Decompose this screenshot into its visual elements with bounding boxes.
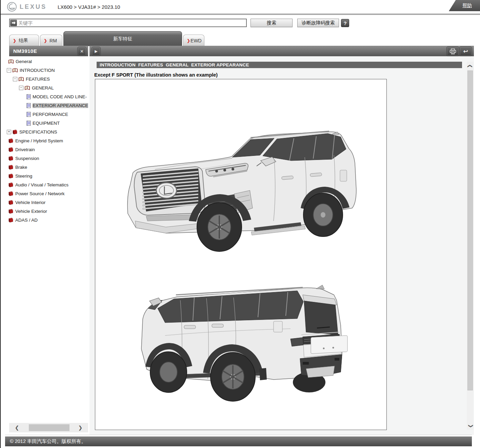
lexus-logo-text: LEXUS xyxy=(20,3,47,11)
sidebar-item-label: Vehicle Exterior xyxy=(15,209,47,214)
sidebar-item-brake[interactable]: Brake xyxy=(7,163,88,171)
closed-book-icon xyxy=(8,138,14,143)
sidebar-item-label: Steering xyxy=(15,174,32,179)
printer-icon xyxy=(449,48,456,55)
sidebar-item-drivetrain[interactable]: Drivetrain xyxy=(7,145,88,154)
tab-new-car-features-label: 新车特征 xyxy=(113,36,132,42)
lexus-logo: LEXUS xyxy=(7,2,47,12)
document-id: NM3910E xyxy=(13,48,37,54)
closed-book-icon xyxy=(8,165,14,170)
closed-book-icon xyxy=(8,209,14,214)
document-icon xyxy=(26,94,31,99)
app-window: LEXUS LX600 > VJA31# > 2023.10 帮助 搜索 诊断故… xyxy=(0,0,480,448)
sidebar-horizontal-scrollbar[interactable]: ❮ ❯ xyxy=(9,423,88,432)
panel-divider xyxy=(5,435,472,435)
main-content: INTRODUCTION FEATURES GENERAL EXTERIOR A… xyxy=(89,56,474,435)
sidebar-item-label: EQUIPMENT xyxy=(33,121,60,126)
horizontal-scroll-thumb[interactable] xyxy=(29,424,69,431)
expander-plus-icon[interactable]: + xyxy=(7,130,11,134)
sidebar-item-features[interactable]: −FEATURES xyxy=(7,75,88,83)
sidebar-item-label: Power Source / Network xyxy=(15,191,65,196)
sidebar-item-label: ADAS / AD xyxy=(15,218,38,223)
close-document-button[interactable]: ✕ xyxy=(77,47,86,56)
expander-minus-icon[interactable]: − xyxy=(13,77,17,81)
sidebar-item-specifications[interactable]: +SPECIFICATIONS xyxy=(7,127,88,136)
tab-results[interactable]: ❯ 结果 xyxy=(9,35,39,46)
footer-copyright: © 2012 丰田汽车公司。版权所有。 xyxy=(5,436,472,446)
closed-book-icon xyxy=(8,218,14,223)
sidebar-item-label: SPECIFICATIONS xyxy=(19,129,57,135)
sidebar-item-label: INTRODUCTION xyxy=(20,68,55,73)
sidebar-item-general[interactable]: −GENERAL xyxy=(7,83,88,92)
sidebar-item-label: PERFORMANCE xyxy=(33,112,68,117)
tab-rm[interactable]: ❯ RM xyxy=(40,35,62,46)
sidebar-item-label: Suspension xyxy=(15,156,39,161)
sidebar-item-suspension[interactable]: Suspension xyxy=(7,154,88,163)
expand-panel-button[interactable]: ▶ xyxy=(92,47,101,56)
document-icon xyxy=(26,112,31,117)
scroll-left-icon[interactable]: ❮ xyxy=(11,423,23,432)
sidebar-item-performance[interactable]: PERFORMANCE xyxy=(7,110,88,119)
open-book-icon xyxy=(24,85,30,90)
tab-arrow-icon: ❯ xyxy=(44,38,47,43)
sidebar-item-general[interactable]: General xyxy=(7,57,88,66)
rear-view-illustration xyxy=(114,268,367,403)
open-book-icon xyxy=(8,59,14,64)
help-button[interactable]: 帮助 xyxy=(448,0,480,11)
sidebar-item-steering[interactable]: Steering xyxy=(7,171,88,180)
content-vertical-scrollbar[interactable]: ❮ ❮ xyxy=(467,62,474,430)
illustration-box xyxy=(95,79,387,430)
closed-book-icon xyxy=(8,147,14,152)
sidebar-item-label: Vehicle Interior xyxy=(15,200,45,205)
expander-minus-icon[interactable]: − xyxy=(7,68,11,73)
expander-minus-icon[interactable]: − xyxy=(19,86,23,90)
sidebar-item-model-code-and-line[interactable]: MODEL CODE AND LINE- xyxy=(7,92,88,101)
tab-new-car-features[interactable]: 新车特征 xyxy=(63,31,182,46)
section-path-header: INTRODUCTION FEATURES GENERAL EXTERIOR A… xyxy=(97,62,462,68)
sidebar-item-power-source-network[interactable]: Power Source / Network xyxy=(7,189,88,198)
open-book-icon xyxy=(12,68,18,73)
sidebar-item-adas-ad[interactable]: ADAS / AD xyxy=(7,216,88,224)
sidebar-item-label: Audio / Visual / Telematics xyxy=(15,182,68,187)
closed-book-icon xyxy=(12,129,18,135)
tab-ewd[interactable]: ❯ EWD xyxy=(183,35,204,46)
print-button[interactable] xyxy=(446,46,459,56)
sidebar-item-equipment[interactable]: EQUIPMENT xyxy=(7,119,88,127)
sidebar-item-label: Engine / Hybrid System xyxy=(15,138,63,143)
search-go-icon[interactable] xyxy=(10,20,17,26)
search-help-icon[interactable]: ? xyxy=(341,19,349,27)
sidebar-item-vehicle-exterior[interactable]: Vehicle Exterior xyxy=(7,207,88,216)
sidebar-item-label: MODEL CODE AND LINE- xyxy=(33,94,87,99)
header-divider xyxy=(1,14,480,15)
sidebar-item-label: FEATURES xyxy=(26,77,50,82)
sidebar-item-label: Drivetrain xyxy=(15,147,35,152)
sidebar-item-audio-visual-telematics[interactable]: Audio / Visual / Telematics xyxy=(7,180,88,189)
tab-results-label: 结果 xyxy=(19,38,28,44)
tab-ewd-label: EWD xyxy=(191,38,202,43)
return-button[interactable]: ↩ xyxy=(459,46,472,56)
document-icon xyxy=(26,121,31,126)
sidebar-item-engine-hybrid-system[interactable]: Engine / Hybrid System xyxy=(7,136,88,145)
sidebar-item-label: Brake xyxy=(15,165,27,170)
sidebar-item-exterior-appearance[interactable]: EXTERIOR APPEARANCE xyxy=(7,101,88,110)
vertical-scroll-thumb[interactable] xyxy=(467,70,473,390)
search-input[interactable] xyxy=(17,20,246,26)
sidebar-item-label: EXTERIOR APPEARANCE xyxy=(33,103,88,108)
document-panel-header: NM3910E ✕ xyxy=(9,46,88,56)
keyword-search-box xyxy=(9,19,247,27)
sidebar-item-label: General xyxy=(16,59,32,64)
sidebar-item-introduction[interactable]: −INTRODUCTION xyxy=(7,66,88,75)
front-view-illustration xyxy=(115,119,367,255)
sidebar-item-label: GENERAL xyxy=(32,85,54,90)
sidebar-item-vehicle-interior[interactable]: Vehicle Interior xyxy=(7,198,88,207)
scroll-up-icon[interactable]: ❮ xyxy=(466,63,474,69)
scroll-down-icon[interactable]: ❮ xyxy=(466,423,474,429)
tab-arrow-icon: ❯ xyxy=(187,38,190,43)
dtc-search-button[interactable]: 诊断故障码搜索 xyxy=(297,19,339,27)
closed-book-icon xyxy=(8,200,14,205)
open-book-icon xyxy=(18,77,24,81)
tab-arrow-icon: ❯ xyxy=(13,38,16,43)
scroll-right-icon[interactable]: ❯ xyxy=(75,423,86,432)
search-button[interactable]: 搜索 xyxy=(251,19,293,27)
document-icon xyxy=(26,103,31,108)
